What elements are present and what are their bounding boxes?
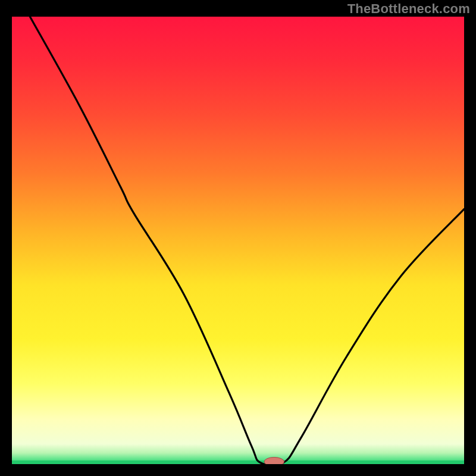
plot-area	[12, 17, 464, 464]
bottleneck-chart	[12, 17, 464, 464]
chart-frame: TheBottleneck.com	[0, 0, 476, 476]
gradient-background	[12, 17, 464, 464]
watermark-text: TheBottleneck.com	[347, 1, 470, 17]
optimal-marker	[264, 457, 284, 464]
